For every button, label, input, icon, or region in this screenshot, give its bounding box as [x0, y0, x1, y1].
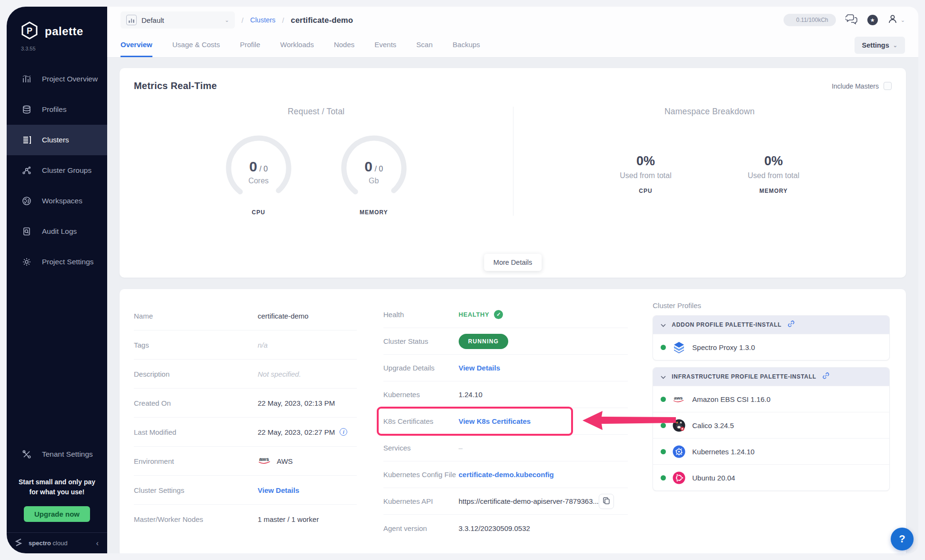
- detail-row-k8s-certificates: K8s Certificates View K8s Certificates: [383, 408, 628, 435]
- request-total-title: Request / Total: [288, 107, 344, 117]
- messages-button[interactable]: [845, 14, 858, 26]
- tab-events[interactable]: Events: [374, 40, 396, 57]
- cpu-gauge-value: 0: [249, 159, 257, 174]
- breadcrumb-separator: /: [241, 16, 243, 24]
- namespace-memory-percent: 0%: [748, 154, 799, 169]
- detail-row-health: Health HEALTHY ✓: [383, 301, 628, 328]
- memory-gauge-value: 0: [364, 159, 372, 174]
- notifications-button[interactable]: ★: [867, 15, 878, 25]
- sidebar-item-cluster-groups[interactable]: Cluster Groups: [7, 155, 107, 186]
- cluster-settings-view-details-link[interactable]: View Details: [258, 486, 299, 494]
- breadcrumb-clusters-link[interactable]: Clusters: [250, 16, 275, 24]
- chevron-down-icon: ⌄: [901, 17, 905, 23]
- usage-quota-pill[interactable]: 0.11/100kCh: [784, 14, 836, 26]
- sidebar-item-tenant-settings[interactable]: Tenant Settings: [7, 439, 107, 470]
- tab-overview[interactable]: Overview: [121, 40, 152, 57]
- detail-row-kubernetes-api: Kubernetes API https://certificate-demo-…: [383, 488, 628, 515]
- detail-row-tags: Tags n/a: [134, 330, 357, 360]
- spectro-cloud-logo-icon: [13, 537, 24, 550]
- check-icon: ✓: [494, 310, 503, 319]
- sidebar-item-profiles[interactable]: Profiles: [7, 94, 107, 125]
- request-total-panel: Request / Total 0 / 0 Cores: [120, 107, 513, 216]
- addon-profile-header[interactable]: ADDON PROFILE PALETTE-INSTALL: [653, 316, 889, 334]
- tab-profile[interactable]: Profile: [240, 40, 261, 57]
- status-dot: [661, 449, 666, 454]
- sidebar-item-label: Profiles: [42, 105, 67, 114]
- tab-nodes[interactable]: Nodes: [334, 40, 354, 57]
- running-status-badge: RUNNING: [459, 334, 508, 349]
- gear-icon: [21, 256, 32, 268]
- copy-button[interactable]: [599, 494, 614, 509]
- memory-gauge: 0 / 0 Gb MEMORY: [336, 134, 412, 216]
- sidebar-item-audit-logs[interactable]: Audit Logs: [7, 216, 107, 247]
- breadcrumb-separator: /: [282, 16, 284, 24]
- app-version: 3.3.55: [7, 45, 107, 64]
- health-status: HEALTHY: [459, 311, 490, 318]
- tab-usage-costs[interactable]: Usage & Costs: [172, 40, 220, 57]
- main-area: Default ⌄ / Clusters / certificate-demo …: [107, 7, 918, 553]
- project-selector[interactable]: Default ⌄: [121, 11, 235, 29]
- profile-item-ubuntu[interactable]: Ubuntu 20.04: [653, 464, 889, 490]
- upgrade-view-details-link[interactable]: View Details: [459, 364, 500, 372]
- tab-scan[interactable]: Scan: [416, 40, 432, 57]
- tab-backups[interactable]: Backups: [452, 40, 480, 57]
- status-dot: [661, 397, 666, 402]
- detail-row-last-modified: Last Modified 22 May, 2023, 02:27 PM i: [134, 418, 357, 447]
- info-icon[interactable]: i: [340, 428, 347, 436]
- cluster-tabs: Overview Usage & Costs Profile Workloads…: [121, 40, 480, 57]
- page-content: Metrics Real-Time Include Masters Reques…: [107, 58, 918, 553]
- infrastructure-profile-header[interactable]: INFRASTRUCTURE PROFILE PALETTE-INSTALL: [653, 368, 889, 386]
- settings-button[interactable]: Settings ⌄: [855, 37, 905, 54]
- detail-row-kubernetes-version: Kubernetes 1.24.10: [383, 381, 628, 408]
- copy-icon: [603, 497, 610, 506]
- kubernetes-icon: [673, 445, 685, 458]
- details-middle-column: Health HEALTHY ✓ Cluster Status RUNNING …: [383, 301, 641, 553]
- infrastructure-profile-group: INFRASTRUCTURE PROFILE PALETTE-INSTALL a…: [653, 367, 890, 491]
- sidebar-item-project-settings[interactable]: Project Settings: [7, 247, 107, 277]
- profile-item-amazon-ebs-csi[interactable]: aws Amazon EBS CSI 1.16.0: [653, 386, 889, 412]
- cpu-gauge-total: / 0: [259, 165, 268, 173]
- detail-row-cluster-settings: Cluster Settings View Details: [134, 476, 357, 505]
- kubeconfig-download-link[interactable]: certificate-demo.kubeconfig: [459, 470, 554, 479]
- topbar: Default ⌄ / Clusters / certificate-demo …: [107, 7, 918, 58]
- profile-item-spectro-proxy[interactable]: Spectro Proxy 1.3.0: [653, 334, 889, 360]
- profile-item-calico[interactable]: Calico 3.24.5: [653, 412, 889, 438]
- namespace-breakdown-title: Namespace Breakdown: [664, 107, 755, 117]
- sidebar-item-workspaces[interactable]: Workspaces: [7, 186, 107, 216]
- ubuntu-icon: [673, 471, 685, 484]
- profile-item-kubernetes[interactable]: Kubernetes 1.24.10: [653, 438, 889, 464]
- tab-workloads[interactable]: Workloads: [280, 40, 314, 57]
- cpu-gauge-unit: Cores: [248, 177, 269, 185]
- metrics-title: Metrics Real-Time: [134, 80, 217, 91]
- memory-gauge-total: / 0: [374, 165, 383, 173]
- view-k8s-certificates-link[interactable]: View K8s Certificates: [459, 417, 531, 425]
- status-dot: [661, 345, 666, 350]
- upgrade-now-button[interactable]: Upgrade now: [24, 506, 90, 522]
- namespace-breakdown-panel: Namespace Breakdown 0% Used from total C…: [513, 107, 906, 216]
- breadcrumb-current: certificate-demo: [291, 16, 353, 25]
- sidebar-item-label: Audit Logs: [42, 227, 77, 236]
- network-icon: [21, 165, 32, 176]
- app-frame: P palette 3.3.55 Project Overview: [7, 7, 918, 553]
- chat-bubbles-icon: [845, 14, 858, 26]
- detail-row-services: Services –: [383, 435, 628, 461]
- namespace-cpu-stat: 0% Used from total CPU: [620, 154, 671, 194]
- star-icon: ★: [867, 15, 878, 25]
- include-masters-checkbox[interactable]: [884, 82, 892, 90]
- highlight-arrow-icon: [582, 410, 677, 433]
- collapse-sidebar-icon[interactable]: ‹: [96, 539, 99, 548]
- sidebar-spacer: [7, 277, 107, 439]
- more-details-button[interactable]: More Details: [484, 254, 542, 271]
- sidebar-item-label: Project Settings: [42, 258, 94, 266]
- project-selector-value: Default: [141, 16, 220, 24]
- sidebar-item-label: Tenant Settings: [42, 450, 93, 459]
- sidebar-item-project-overview[interactable]: Project Overview: [7, 64, 107, 94]
- sidebar-item-label: Clusters: [42, 136, 69, 144]
- help-button[interactable]: ?: [891, 528, 914, 550]
- user-menu[interactable]: ⌄: [887, 14, 905, 26]
- sidebar-item-label: Project Overview: [42, 75, 98, 83]
- layers-icon: [21, 104, 32, 115]
- sidebar-item-clusters[interactable]: Clusters: [7, 125, 107, 155]
- upgrade-promo-text: Start small and only pay for what you us…: [7, 470, 107, 501]
- status-dot: [661, 475, 666, 480]
